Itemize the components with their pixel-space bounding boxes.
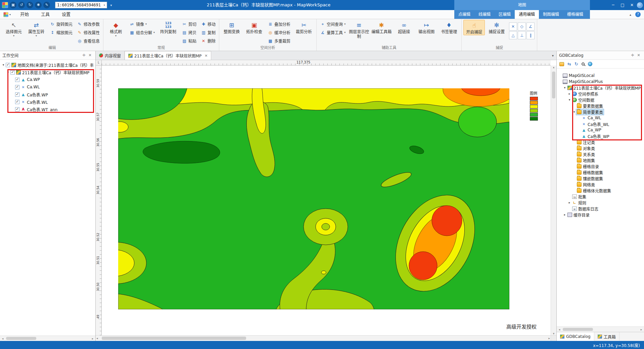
application-menu-button[interactable]: ▾ — [0, 12, 14, 17]
close-tab-icon[interactable]: × — [204, 53, 208, 58]
catalog-tree-item[interactable]: 地图集 — [557, 157, 644, 163]
tree-expander[interactable]: ▸ — [567, 92, 571, 95]
catalog-tree-item[interactable]: Ca_WP — [557, 127, 644, 133]
catalog-tree-item[interactable]: 栅格数据集 — [557, 169, 644, 175]
rotate-element-button[interactable]: ↻旋转图元 — [48, 20, 74, 28]
scroll-left-arrow[interactable]: ◂ — [0, 337, 5, 340]
snap-mode-button[interactable]: ◇ — [518, 23, 526, 31]
scroll-left-arrow[interactable]: ◂ — [96, 337, 98, 340]
clip-analysis-button[interactable]: ✂ 裁剪分析 — [293, 20, 315, 35]
workspace-tree-item[interactable]: Ca.WL — [0, 83, 95, 91]
mirror-button[interactable]: ⇌镜像▾ — [128, 20, 156, 28]
spatial-query-button[interactable]: ⌖空间查询▾ — [318, 20, 347, 28]
workspace-tree-item[interactable]: Ca色表.WP — [0, 91, 95, 98]
tab-list-dropdown[interactable]: ▾ — [552, 54, 554, 57]
cut-button[interactable]: ✂剪切 — [180, 20, 198, 28]
measure-tools-button[interactable]: ∡量算工具▾ — [318, 28, 347, 37]
globe-icon[interactable] — [588, 62, 592, 66]
multi-clip-button[interactable]: ▩多重裁剪 — [266, 37, 292, 45]
close-panel-icon[interactable]: ✕ — [636, 53, 642, 57]
pin-icon[interactable]: ✛ — [81, 53, 87, 57]
move-button[interactable]: ✚移动 — [199, 20, 217, 28]
layer-checkbox[interactable] — [15, 92, 19, 97]
catalog-tree-item[interactable]: ▾ 211表层土壤Ca（钙）丰缺现状图MP — [557, 85, 644, 91]
layer-checkbox[interactable] — [15, 107, 19, 112]
catalog-tree-item[interactable]: Ca_WL — [557, 115, 644, 121]
menu-tab[interactable]: 设置 — [56, 10, 77, 19]
catalog-tree-item[interactable]: 对象类 — [557, 145, 644, 151]
scroll-right-arrow[interactable]: ▸ — [548, 337, 550, 340]
scroll-right-arrow[interactable]: ▸ — [639, 328, 644, 331]
workspace-tree-item[interactable]: ▾ 211表层土壤Ca（钙）丰缺现状图MP — [0, 69, 95, 76]
context-tab[interactable]: 栅格编辑 — [563, 10, 587, 19]
context-tab[interactable]: 区编辑 — [495, 10, 515, 19]
help-button[interactable]: ? — [635, 12, 641, 17]
select-element-button[interactable]: ↖ 选择图元 ▾ — [3, 20, 25, 38]
catalog-tree-item[interactable]: MapGISLocal — [557, 73, 644, 79]
scale-element-button[interactable]: ↕缩放图元 — [48, 28, 74, 37]
undo-icon[interactable]: ↺ — [18, 2, 25, 8]
snap-mode-button[interactable]: ∥ — [526, 31, 535, 39]
scrollbar-thumb[interactable] — [552, 72, 555, 98]
catalog-tree-item[interactable]: ▸ 规则 — [557, 200, 644, 206]
search-icon[interactable] — [582, 62, 585, 66]
map-document-tab[interactable]: 211表层土壤Ca（钙）丰缺现状图MP × — [125, 51, 211, 60]
catalog-tree-item[interactable]: 栅格目录 — [557, 163, 644, 169]
layer-checkbox[interactable] — [6, 63, 10, 67]
topology-check-button[interactable]: ▣ 拓扑检查 — [243, 20, 265, 35]
catalog-tree-item[interactable]: ▾ 空间数据 — [557, 97, 644, 103]
layer-checkbox[interactable] — [15, 100, 19, 104]
tree-expander[interactable]: ▾ — [563, 86, 567, 89]
delete-button[interactable]: ✕删除 — [199, 37, 217, 45]
workspace-tree-item[interactable]: ▾ 地图文档(来源于:211表层土壤Ca（钙）丰 — [0, 61, 95, 69]
bookmark-manager-button[interactable]: ♦ 书签管理 — [438, 20, 460, 35]
catalog-tree-item[interactable]: 批集 — [557, 193, 644, 200]
snap-mode-button[interactable]: △ — [509, 31, 517, 39]
modify-params-button[interactable]: ✎修改参数 — [75, 20, 101, 28]
context-tab[interactable]: 点编辑 — [454, 10, 474, 19]
map-canvas[interactable]: 图例 高级开发授权 — [102, 66, 551, 335]
close-panel-icon[interactable]: ✕ — [87, 53, 93, 57]
copy-button[interactable]: ▤拷贝 — [180, 28, 198, 37]
tree-expander[interactable]: ▾ — [567, 98, 571, 101]
modify-attrs-button[interactable]: ✎修改属性 — [75, 28, 101, 37]
scroll-down-arrow[interactable]: ▾ — [551, 332, 556, 335]
context-tab[interactable]: 线编辑 — [474, 10, 495, 19]
tree-expander[interactable]: ▾ — [1, 63, 5, 67]
scrollbar-thumb[interactable] — [563, 328, 593, 331]
soil-ca-contour-map[interactable] — [118, 88, 509, 309]
snap-settings-button[interactable]: ✻ 捕捉设置 — [486, 20, 507, 35]
layer-checkbox[interactable] — [15, 78, 19, 82]
catalog-tree-item[interactable]: MapGISLocalPlus — [557, 79, 644, 85]
redo-icon[interactable]: ↻ — [27, 2, 33, 8]
workspace-hscrollbar[interactable]: ◂ ▸ — [0, 336, 95, 341]
workspace-tree-item[interactable]: Ca色表.WL — [0, 98, 95, 105]
duplicate-button[interactable]: ▥复制 — [199, 28, 217, 37]
save-icon[interactable]: ▣ — [10, 2, 16, 8]
account-icon[interactable] — [637, 2, 643, 8]
snap-mode-button[interactable]: ⊥ — [518, 31, 526, 39]
catalog-hscrollbar[interactable]: ◂ ▸ — [557, 326, 644, 332]
pin-icon[interactable]: ✛ — [630, 53, 636, 57]
hyperlink-button[interactable]: ∞ 超链接 — [393, 20, 415, 35]
catalog-tree-item[interactable]: ▾ 简单要素类 — [557, 109, 644, 115]
workspace-tree-item[interactable]: Ca.WP — [0, 76, 95, 83]
view-info-button[interactable]: ◎查看信息 — [75, 37, 101, 45]
content-view-tab[interactable]: 内容视窗 — [96, 51, 125, 60]
paste-button[interactable]: ▨粘贴 — [180, 37, 198, 45]
tool-icon[interactable]: ✱ — [35, 2, 42, 8]
menu-tab[interactable]: 开始 — [14, 10, 35, 19]
menu-tab[interactable]: 工具 — [35, 10, 56, 19]
map-vertical-scrollbar[interactable]: ▴ ▾ — [551, 66, 556, 335]
catalog-tree-item[interactable]: 栅格体元数据集 — [557, 187, 644, 193]
snap-mode-button[interactable]: ✕ — [509, 23, 517, 31]
attribute-swap-button[interactable]: ⇄ 属性互转 ▾ — [26, 20, 47, 38]
tree-expander[interactable]: ▾ — [6, 71, 10, 74]
catalog-tree-item[interactable]: 数据库日志 — [557, 206, 644, 212]
scroll-up-arrow[interactable]: ▴ — [551, 66, 556, 69]
buffer-analysis-button[interactable]: ◎缓冲分析 — [266, 28, 292, 37]
enable-snap-button[interactable]: ☝ 开启捕捉 — [463, 20, 485, 35]
snap-mode-button[interactable]: ∠ — [526, 23, 535, 31]
scroll-right-arrow[interactable]: ▸ — [90, 337, 95, 340]
context-tab[interactable]: 通用编辑 — [515, 10, 539, 19]
